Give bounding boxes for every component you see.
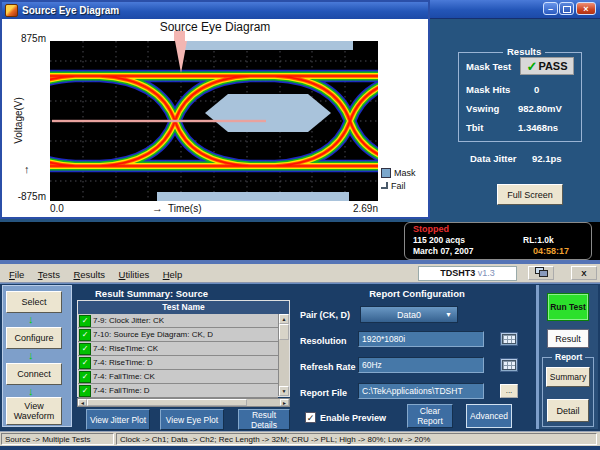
app-close-button[interactable]: X <box>571 266 597 280</box>
eye-window-titlebar[interactable]: Source Eye Diagram <box>2 2 428 19</box>
clear-report-button[interactable]: Clear Report <box>407 404 453 428</box>
view-eye-plot-button[interactable]: View Eye Plot <box>160 409 224 430</box>
report-file-input[interactable]: C:\TekApplications\TDSHT <box>358 383 484 399</box>
table-row[interactable]: ✓7-9: Clock Jitter: CK <box>78 314 278 328</box>
connect-button[interactable]: Connect <box>6 363 62 385</box>
menu-results[interactable]: Results <box>73 269 105 280</box>
menu-tests[interactable]: Tests <box>38 269 60 280</box>
menu-utilities[interactable]: Utilities <box>119 269 150 280</box>
y-axis-max-label: 875m <box>4 33 46 44</box>
menu-file[interactable]: File <box>9 269 24 280</box>
mask-legend-label: Mask <box>394 168 416 178</box>
configure-button[interactable]: Configure <box>6 327 62 349</box>
hide-app-icon <box>535 267 547 276</box>
status-bar-left: Source -> Multiple Tests <box>1 433 114 445</box>
scroll-right-icon[interactable]: ► <box>280 399 289 406</box>
browse-button[interactable]: ... <box>500 384 518 398</box>
table-row[interactable]: ✓7-10: Source Eye Diagram: CK, D <box>78 328 278 342</box>
fail-legend-label: Fail <box>391 181 406 191</box>
status-date: March 07, 2007 <box>413 246 473 256</box>
result-summary-table: Test Name ✓7-9: Clock Jitter: CK ✓7-10: … <box>77 300 290 397</box>
tbit-label: Tbit <box>466 122 483 133</box>
maximize-button[interactable] <box>559 2 574 15</box>
status-time: 04:58:17 <box>533 246 569 256</box>
resolution-input[interactable]: 1920*1080i <box>358 331 484 347</box>
table-row[interactable]: ✓7-4: FallTime: CK <box>78 370 278 384</box>
resolution-keypad-button[interactable] <box>500 332 518 346</box>
hide-app-button[interactable] <box>528 266 554 280</box>
x-axis-title: Time(s) <box>168 203 202 214</box>
full-screen-button[interactable]: Full Screen <box>497 184 563 205</box>
application-icon <box>5 4 18 17</box>
maximize-icon <box>563 6 571 13</box>
data-jitter-value: 92.1ps <box>532 153 562 164</box>
app-close-icon: X <box>581 269 586 278</box>
advanced-button[interactable]: Advanced <box>466 404 512 428</box>
eye-window-content: Source Eye Diagram 875m -875m Voltage(V)… <box>2 19 428 217</box>
scroll-up-icon[interactable]: ▲ <box>279 314 289 324</box>
eye-diagram-window: Source Eye Diagram Source Eye Diagram 87… <box>0 0 430 219</box>
y-axis-title: Voltage(V) <box>13 71 24 171</box>
view-jitter-plot-button[interactable]: View Jitter Plot <box>86 409 150 430</box>
result-summary-title: Result Summary: Source <box>95 288 208 299</box>
minimize-button[interactable]: – <box>543 2 558 15</box>
plot-legend: Mask Fail <box>381 166 416 192</box>
refresh-rate-keypad-button[interactable] <box>500 358 518 372</box>
summary-button[interactable]: Summary <box>546 367 590 387</box>
acquisition-count: 115 200 acqs <box>413 235 465 245</box>
refresh-rate-label: Refresh Rate <box>300 362 356 372</box>
mask-test-result-badge: ✓ PASS <box>520 57 574 75</box>
pass-check-icon: ✓ <box>79 371 91 383</box>
vertical-scrollbar[interactable]: ▲ ▼ <box>278 314 289 396</box>
screen: – × Results Mask Test ✓ PASS Mask Hits 0… <box>0 0 600 450</box>
y-axis-arrow-icon: ↑ <box>24 163 30 175</box>
workflow-arrow-icon: ↓ <box>28 350 34 361</box>
pass-check-icon: ✓ <box>79 385 91 397</box>
keypad-icon <box>502 360 516 370</box>
acquisition-status-box: Stopped 115 200 acqs RL:1.0k March 07, 2… <box>404 222 592 260</box>
bottom-edge <box>0 446 600 450</box>
eye-diagram-plot <box>50 41 378 201</box>
vswing-label: Vswing <box>466 103 499 114</box>
acquisition-state: Stopped <box>413 224 449 234</box>
close-button[interactable]: × <box>576 2 596 15</box>
scrollbar-thumb[interactable] <box>87 399 247 406</box>
result-button[interactable]: Result <box>547 329 589 348</box>
keypad-icon <box>502 334 516 344</box>
menu-help[interactable]: Help <box>163 269 183 280</box>
table-row[interactable]: ✓7-4: RiseTime: CK <box>78 342 278 356</box>
x-axis-start-label: 0.0 <box>50 203 64 214</box>
app-version-box: TDSHT3 v1.3 <box>418 266 517 281</box>
pass-text: PASS <box>538 60 567 72</box>
workflow-arrow-icon: ↓ <box>28 386 34 397</box>
minimize-icon: – <box>548 4 553 14</box>
mask-legend-icon <box>381 168 391 178</box>
menu-bar: File Tests Results Utilities Help TDSHT3… <box>0 264 600 283</box>
pass-check-icon: ✓ <box>79 329 91 341</box>
report-group-label: Report <box>552 352 585 362</box>
detail-button[interactable]: Detail <box>547 399 589 422</box>
table-row[interactable]: ✓7-4: RiseTime: D <box>78 356 278 370</box>
results-group-title: Results <box>503 46 545 57</box>
scroll-left-icon[interactable]: ◄ <box>78 399 87 406</box>
plot-title: Source Eye Diagram <box>2 20 428 34</box>
table-header-test-name: Test Name <box>78 301 289 314</box>
workflow-arrow-icon: ↓ <box>28 314 34 325</box>
select-button[interactable]: Select <box>6 291 62 313</box>
refresh-rate-input[interactable]: 60Hz <box>358 357 484 373</box>
enable-preview-label: Enable Preview <box>320 413 386 423</box>
eye-window-title: Source Eye Diagram <box>22 5 119 16</box>
table-row[interactable]: ✓7-4: FallTime: D <box>78 384 278 398</box>
enable-preview-checkbox[interactable]: ✓ <box>305 412 316 423</box>
scrollbar-thumb[interactable] <box>279 324 289 340</box>
data-jitter-label: Data Jitter <box>470 153 516 164</box>
scroll-down-icon[interactable]: ▼ <box>279 386 289 396</box>
chevron-down-icon: ▼ <box>445 307 452 323</box>
result-details-button[interactable]: Result Details <box>238 409 290 430</box>
status-bar-right: Clock -> Ch1; Data -> Ch2; Rec Length ->… <box>116 433 597 445</box>
pair-dropdown[interactable]: Data0 ▼ <box>360 306 458 323</box>
view-waveform-button[interactable]: View Waveform <box>6 397 62 425</box>
horizontal-scrollbar[interactable]: ◄ ► <box>77 398 290 407</box>
app-name: TDSHT3 <box>440 268 475 278</box>
run-test-button[interactable]: Run Test <box>547 293 589 321</box>
